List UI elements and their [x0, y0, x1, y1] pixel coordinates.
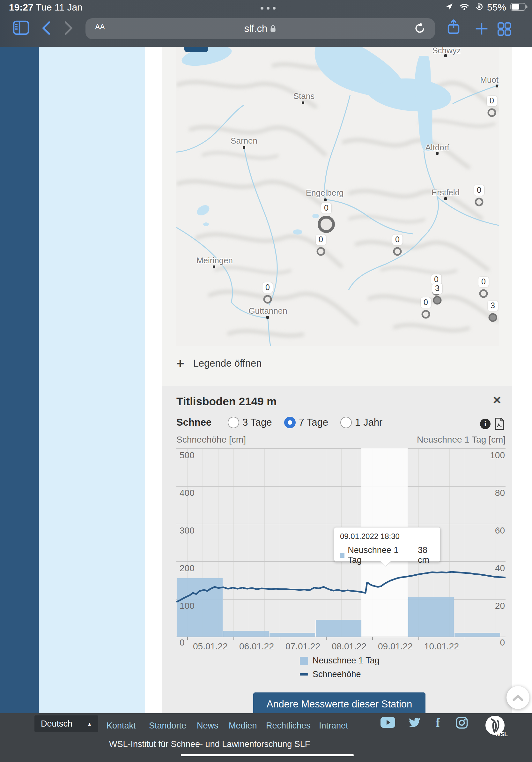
station-value-label: 0: [262, 282, 273, 293]
radio-icon[interactable]: [340, 417, 352, 428]
station-value-label: 3: [432, 283, 442, 294]
forward-button[interactable]: [64, 21, 73, 35]
rotation-lock-icon: [475, 2, 484, 11]
x-axis-date-label: 05.01.22: [193, 642, 228, 651]
panel-title: Titlisboden 2149 m: [176, 395, 277, 408]
language-label: Deutsch: [41, 719, 72, 729]
tabs-button[interactable]: [497, 22, 511, 37]
page: 19:27 Tue 11 Jan 55%: [0, 0, 532, 762]
map-town-label: Engelberg: [306, 188, 344, 198]
station-marker[interactable]: [488, 109, 496, 117]
station-marker[interactable]: [393, 247, 402, 256]
station-marker[interactable]: [433, 296, 442, 305]
right-axis-tick: 80: [495, 488, 505, 498]
tooltip-datetime: 09.01.2022 18:30: [340, 532, 400, 541]
x-axis-date-label: 09.01.22: [378, 642, 413, 651]
x-axis-date-label: 10.01.22: [424, 642, 459, 651]
station-marker[interactable]: [318, 216, 335, 233]
station-marker[interactable]: [317, 247, 325, 256]
x-axis-tick: [465, 637, 465, 640]
radio-selected-icon[interactable]: [284, 417, 296, 428]
radio-icon[interactable]: [228, 417, 239, 428]
right-axis-zero: 0: [500, 638, 505, 648]
station-map[interactable]: SchwyzMuotatStansSarnenAltdorfEngelbergE…: [176, 47, 499, 346]
status-date: Tue 11 Jan: [36, 2, 83, 13]
footer-link-kontakt[interactable]: Kontakt: [106, 721, 136, 731]
scroll-to-top-button[interactable]: [506, 686, 529, 709]
close-icon[interactable]: ✕: [493, 394, 502, 407]
footer-link-medien[interactable]: Medien: [229, 721, 257, 731]
station-value-label: 0: [321, 203, 331, 213]
x-axis-tick: [187, 637, 188, 640]
legend-toggle-label: Legende öffnen: [193, 358, 262, 369]
range-option-3-tage[interactable]: 3 Tage: [228, 417, 272, 428]
other-measurements-button[interactable]: Andere Messwerte dieser Station: [253, 692, 426, 716]
x-axis-date-label: 08.01.22: [332, 642, 366, 651]
legend-item-neuschnee[interactable]: Neuschnee 1 Tag: [300, 656, 379, 666]
footer-link-intranet[interactable]: Intranet: [319, 721, 348, 731]
share-button[interactable]: [446, 19, 461, 36]
right-axis-tick: 100: [490, 450, 505, 460]
station-marker[interactable]: [422, 310, 430, 319]
wsl-logo[interactable]: WSL: [484, 715, 506, 737]
legend-toggle[interactable]: + Legende öffnen: [176, 358, 262, 369]
battery-percent: 55%: [487, 2, 506, 13]
station-value-label: 3: [488, 301, 498, 311]
station-marker[interactable]: [263, 295, 272, 304]
new-tab-button[interactable]: [475, 22, 489, 36]
twitter-icon[interactable]: [408, 717, 421, 728]
location-arrow-icon: [445, 3, 453, 11]
chart-tooltip: 09.01.2022 18:30 Neuschnee 1 Tag 38 cm: [334, 527, 440, 562]
chevron-up-icon: [512, 694, 523, 701]
tooltip-value: 38 cm: [418, 545, 440, 565]
station-marker[interactable]: [475, 198, 484, 206]
x-axis-date-label: 07.01.22: [286, 642, 320, 651]
x-axis-tick: [419, 637, 419, 640]
map-town-label: Stans: [294, 91, 315, 101]
map-town-dot: [324, 198, 327, 201]
station-value-label: 0: [487, 96, 497, 106]
map-town-dot: [213, 266, 215, 268]
gridline-h: [176, 637, 505, 637]
legend-item-schneehoehe[interactable]: Schneehöhe: [300, 669, 361, 679]
sidebar-toggle-button[interactable]: [13, 21, 29, 35]
left-nav-strip: [0, 47, 39, 713]
footer-link-standorte[interactable]: Standorte: [149, 721, 186, 731]
left-axis-zero: 0: [179, 638, 185, 648]
reload-button[interactable]: [413, 22, 426, 35]
chevron-up-small-icon: ▲: [87, 721, 92, 726]
pdf-download-icon[interactable]: [494, 418, 505, 430]
map-town-label: Sarnen: [231, 136, 257, 146]
map-town-dot: [243, 146, 245, 149]
map-town-dot: [266, 316, 269, 319]
station-value-label: 0: [478, 277, 489, 287]
address-bar[interactable]: AA slf.ch: [86, 18, 435, 39]
info-icon[interactable]: i: [480, 419, 491, 429]
lock-icon: [270, 25, 276, 33]
footer-link-rechtliches[interactable]: Rechtliches: [266, 721, 311, 731]
right-axis-tick: 40: [495, 563, 505, 573]
station-value-label: 0: [421, 297, 431, 308]
footer-link-news[interactable]: News: [197, 721, 219, 731]
range-option-1-jahr[interactable]: 1 Jahr: [340, 417, 382, 428]
station-marker[interactable]: [489, 313, 497, 322]
right-axis-tick: 60: [495, 526, 505, 536]
left-axis-tick: 300: [179, 526, 195, 536]
map-control-button[interactable]: [184, 47, 208, 52]
map-town-dot: [436, 152, 438, 155]
x-axis-tick: [233, 637, 234, 640]
wifi-icon: [459, 3, 470, 11]
facebook-icon[interactable]: f: [436, 715, 440, 730]
station-marker[interactable]: [479, 289, 488, 298]
x-axis-date-label: 06.01.22: [239, 642, 274, 651]
language-selector[interactable]: Deutsch ▲: [34, 716, 98, 732]
range-option-7-tage[interactable]: 7 Tage: [284, 417, 328, 428]
battery-icon: [510, 3, 528, 11]
youtube-icon[interactable]: [380, 717, 395, 728]
back-button[interactable]: [41, 21, 51, 35]
map-town-dot: [444, 197, 447, 200]
left-axis-title: Schneehöhe [cm]: [176, 435, 246, 445]
home-indicator[interactable]: [181, 754, 354, 756]
map-town-label: Meiringen: [196, 256, 233, 266]
instagram-icon[interactable]: [455, 717, 468, 729]
